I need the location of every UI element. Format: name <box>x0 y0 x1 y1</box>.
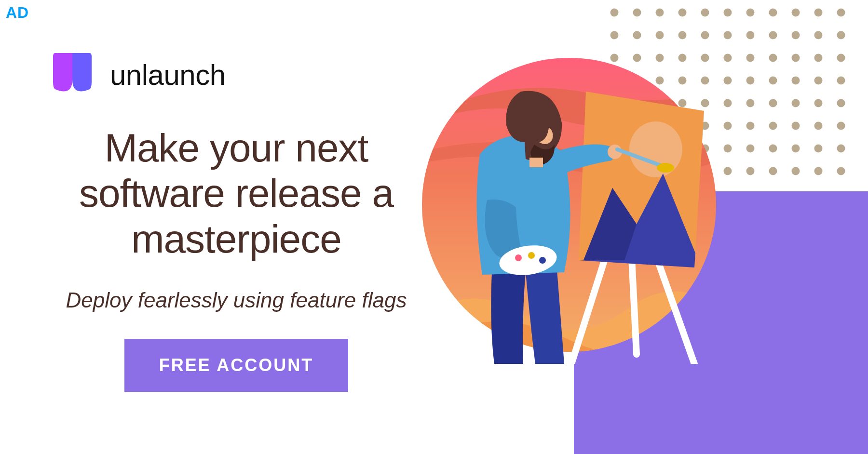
svg-point-20 <box>814 31 823 40</box>
svg-point-75 <box>814 145 823 153</box>
svg-point-17 <box>746 31 755 40</box>
svg-point-84 <box>769 167 777 175</box>
svg-point-43 <box>837 77 845 85</box>
svg-point-28 <box>746 54 755 62</box>
svg-point-7 <box>769 9 777 17</box>
svg-point-94 <box>629 121 682 177</box>
svg-point-64 <box>814 122 823 130</box>
svg-point-40 <box>769 77 777 85</box>
painter-illustration <box>410 46 728 364</box>
svg-point-8 <box>792 9 800 17</box>
svg-point-63 <box>792 122 800 130</box>
unlaunch-logo-icon <box>53 53 92 96</box>
ad-badge: AD <box>6 4 29 22</box>
svg-point-0 <box>610 9 619 17</box>
svg-point-52 <box>792 99 800 107</box>
svg-point-65 <box>837 122 845 130</box>
svg-point-18 <box>769 31 777 40</box>
subtitle: Deploy fearlessly using feature flags <box>66 288 407 312</box>
svg-point-13 <box>656 31 664 40</box>
svg-rect-102 <box>529 158 543 167</box>
svg-point-100 <box>528 252 535 259</box>
headline: Make your next software release a master… <box>48 125 424 262</box>
svg-point-83 <box>746 167 755 175</box>
svg-point-9 <box>814 9 823 17</box>
svg-point-4 <box>701 9 709 17</box>
svg-point-29 <box>769 54 777 62</box>
svg-point-2 <box>656 9 664 17</box>
svg-point-97 <box>657 163 674 173</box>
svg-point-3 <box>678 9 687 17</box>
brand-row: unlaunch <box>53 53 226 96</box>
svg-point-53 <box>814 99 823 107</box>
svg-point-73 <box>769 145 777 153</box>
svg-point-50 <box>746 99 755 107</box>
svg-point-12 <box>633 31 641 40</box>
svg-point-54 <box>837 99 845 107</box>
svg-line-93 <box>632 258 637 354</box>
svg-point-87 <box>837 167 845 175</box>
svg-point-99 <box>515 254 522 261</box>
svg-point-14 <box>678 31 687 40</box>
svg-point-41 <box>792 77 800 85</box>
brand-name: unlaunch <box>110 58 226 92</box>
svg-point-76 <box>837 145 845 153</box>
svg-point-15 <box>701 31 709 40</box>
svg-point-21 <box>837 31 845 40</box>
svg-point-11 <box>610 31 619 40</box>
svg-point-6 <box>746 9 755 17</box>
svg-point-101 <box>539 257 546 264</box>
svg-point-32 <box>837 54 845 62</box>
svg-point-19 <box>792 31 800 40</box>
free-account-button[interactable]: FREE ACCOUNT <box>124 339 349 392</box>
svg-point-16 <box>724 31 732 40</box>
svg-point-61 <box>746 122 755 130</box>
svg-point-42 <box>814 77 823 85</box>
svg-point-10 <box>837 9 845 17</box>
svg-point-51 <box>769 99 777 107</box>
svg-point-5 <box>724 9 732 17</box>
svg-point-86 <box>814 167 823 175</box>
svg-point-30 <box>792 54 800 62</box>
svg-point-39 <box>746 77 755 85</box>
svg-point-74 <box>792 145 800 153</box>
svg-point-62 <box>769 122 777 130</box>
svg-point-72 <box>746 145 755 153</box>
svg-point-31 <box>814 54 823 62</box>
svg-point-85 <box>792 167 800 175</box>
svg-point-1 <box>633 9 641 17</box>
